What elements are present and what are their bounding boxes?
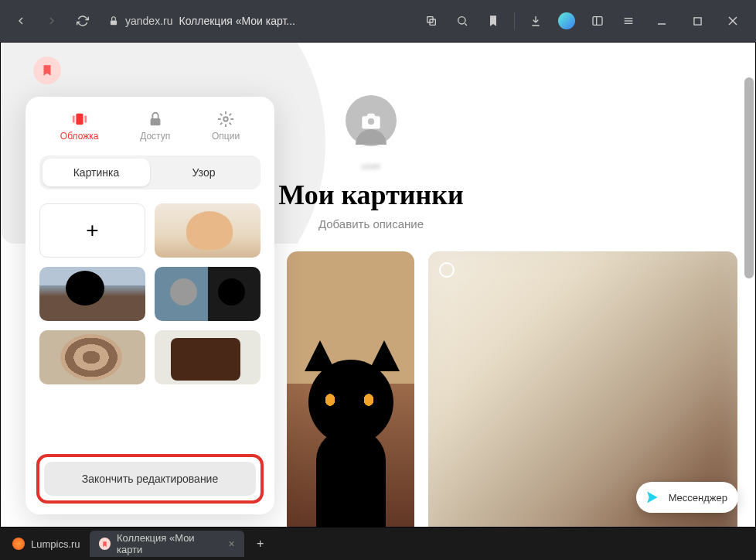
select-circle-icon[interactable] <box>439 262 455 278</box>
cover-thumb-5[interactable] <box>155 330 261 384</box>
copy-icon[interactable] <box>418 8 444 34</box>
address-bar[interactable]: yandex.ru Коллекция «Мои карт... <box>100 15 303 27</box>
svg-point-13 <box>368 118 374 125</box>
reload-button[interactable] <box>70 8 96 34</box>
url-title: Коллекция «Мои карт... <box>179 15 295 27</box>
bookmark-icon[interactable] <box>480 8 506 34</box>
username: user <box>361 160 380 172</box>
downloads-icon[interactable] <box>523 8 549 34</box>
browser-tab-2[interactable]: Коллекция «Мои карти × <box>90 531 244 557</box>
alisa-icon[interactable] <box>553 8 580 34</box>
edit-panel: Обложка Доступ Опции Картинка Узор + Зак… <box>26 97 274 514</box>
back-button[interactable] <box>8 8 34 34</box>
highlight-annotation: Закончить редактирование <box>36 454 264 504</box>
cover-thumb-3[interactable] <box>155 267 261 321</box>
browser-tab-1[interactable]: Lumpics.ru <box>3 531 90 557</box>
browser-top-bar: yandex.ru Коллекция «Мои карт... <box>0 0 756 42</box>
messenger-icon <box>641 487 662 508</box>
menu-icon[interactable] <box>615 8 642 34</box>
svg-rect-17 <box>150 118 160 125</box>
avatar-upload[interactable] <box>339 89 403 152</box>
cover-icon <box>71 111 88 128</box>
svg-point-18 <box>223 117 228 121</box>
subtab-picture[interactable]: Картинка <box>43 159 150 186</box>
yandex-collections-logo[interactable] <box>33 56 61 84</box>
svg-point-3 <box>458 17 465 24</box>
favicon-icon <box>99 538 111 550</box>
tab-cover[interactable]: Обложка <box>60 111 99 142</box>
add-cover-button[interactable]: + <box>39 203 145 258</box>
svg-rect-14 <box>76 114 83 125</box>
new-tab-button[interactable]: + <box>249 532 272 555</box>
forward-button[interactable] <box>39 8 65 34</box>
maximize-button[interactable] <box>682 8 713 34</box>
lock-icon <box>108 15 119 26</box>
subtab-pattern[interactable]: Узор <box>150 159 257 186</box>
svg-rect-4 <box>593 17 602 26</box>
page-content: user Мои картинки Добавить описание Обло… <box>0 42 756 528</box>
scrollbar[interactable] <box>744 43 754 527</box>
svg-rect-15 <box>72 115 74 122</box>
gear-icon <box>217 111 234 128</box>
subtab-switcher: Картинка Узор <box>39 155 261 190</box>
cover-thumb-1[interactable] <box>155 203 261 258</box>
close-button[interactable] <box>717 8 748 34</box>
minimize-button[interactable] <box>646 8 677 34</box>
url-domain: yandex.ru <box>125 15 172 27</box>
cover-thumb-4[interactable] <box>39 330 145 384</box>
cover-thumb-2[interactable] <box>39 267 145 321</box>
tab-access[interactable]: Доступ <box>140 111 170 142</box>
svg-rect-10 <box>693 17 700 24</box>
sidebar-icon[interactable] <box>584 8 611 34</box>
browser-tab-bar: Lumpics.ru Коллекция «Мои карти × + <box>0 528 756 560</box>
camera-icon <box>360 110 382 131</box>
close-tab-icon[interactable]: × <box>228 538 234 550</box>
search-icon[interactable] <box>449 8 475 34</box>
favicon-icon <box>12 538 25 550</box>
collection-card-1[interactable] <box>287 251 414 528</box>
svg-rect-16 <box>84 115 87 122</box>
messenger-button[interactable]: Мессенджер <box>636 482 738 513</box>
tab-options[interactable]: Опции <box>212 111 240 142</box>
finish-editing-button[interactable]: Закончить редактирование <box>44 462 256 496</box>
svg-rect-0 <box>111 20 117 25</box>
lock-icon <box>147 111 164 128</box>
